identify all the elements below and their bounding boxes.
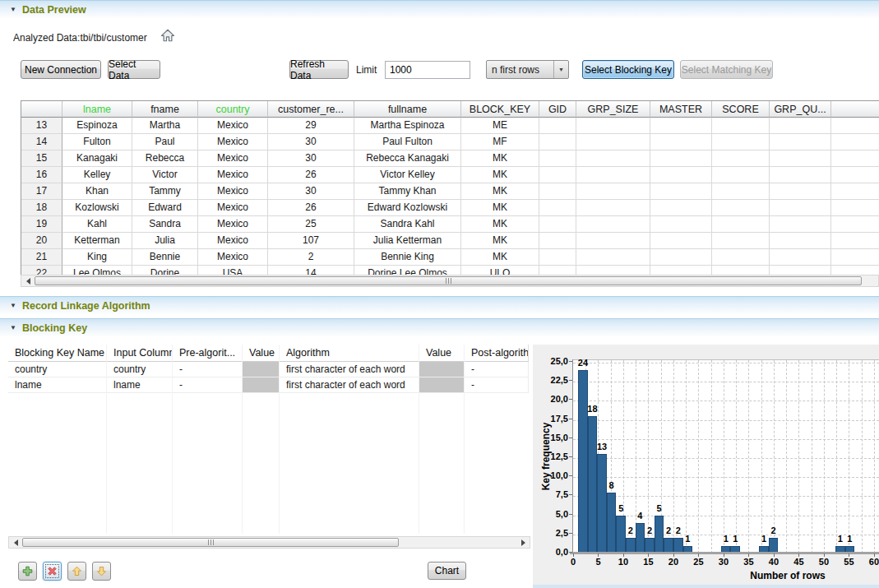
bar-value-label: 5 (650, 503, 669, 513)
table-header-row: lnamefnamecountrycustomer_re...fullnameB… (21, 101, 879, 118)
table-cell: Dorine Lee Olmos (354, 266, 461, 275)
table-cell: MK (461, 200, 539, 216)
row-number-cell: 13 (21, 118, 62, 134)
column-header[interactable]: SCORE (712, 101, 770, 118)
delete-blocking-key-button[interactable] (43, 562, 62, 581)
scroll-left-icon[interactable] (9, 537, 22, 548)
scrollbar-thumb[interactable] (35, 276, 862, 285)
column-header[interactable]: Blocking Key Name (8, 345, 107, 361)
section-header-blocking-key[interactable]: ▼ Blocking Key (0, 318, 879, 336)
column-header[interactable]: Value (419, 345, 465, 361)
row-number-cell: 21 (21, 249, 62, 266)
table-row[interactable]: 15KanagakiRebeccaMexico30Rebecca Kanagak… (21, 150, 879, 167)
column-header[interactable]: MASTER (650, 101, 712, 118)
blocking-key-cell[interactable]: first character of each word (280, 377, 419, 393)
scrollbar-thumb[interactable] (22, 538, 399, 547)
column-header[interactable]: Value (243, 345, 280, 361)
table-cell: MK (461, 249, 539, 266)
refresh-data-button[interactable]: Refresh Data (289, 60, 349, 79)
section-header-data-preview[interactable]: ▼ Data Preview (0, 0, 879, 18)
rows-mode-combobox[interactable]: n first rows ▼ (486, 60, 569, 79)
section-header-record-linkage[interactable]: ▼ Record Linkage Algorithm (0, 296, 879, 314)
blocking-key-cell[interactable]: lname (8, 377, 107, 393)
column-header[interactable]: Input Column (107, 345, 173, 361)
table-cell: Mexico (198, 249, 268, 266)
blocking-key-cell[interactable]: country (8, 362, 107, 377)
table-row[interactable]: 16KelleyVictorMexico26Victor KelleyMK (21, 167, 879, 183)
table-row[interactable]: 18KozlowskiEdwardMexico26Edward Kozlowsk… (21, 200, 879, 216)
table-cell (576, 266, 650, 275)
table-row[interactable]: 17KhanTammyMexico30Tammy KhanMK (21, 183, 879, 200)
limit-input[interactable] (385, 61, 470, 79)
column-header[interactable]: GID (539, 101, 576, 118)
move-down-button[interactable] (92, 562, 111, 581)
y-tick-label: 5,0 (535, 509, 568, 519)
value-cell-disabled[interactable] (243, 362, 280, 377)
dropdown-arrow-icon[interactable]: ▼ (553, 61, 568, 78)
table-cell (770, 266, 831, 275)
blocking-key-cell[interactable]: - (173, 362, 243, 377)
select-matching-key-button[interactable]: Select Matching Key (680, 60, 773, 79)
blocking-key-cell[interactable]: - (465, 377, 529, 393)
table-row[interactable]: 13EspinozaMarthaMexico29Martha EspinozaM… (21, 118, 879, 134)
blocking-key-cell[interactable]: - (465, 362, 529, 377)
table-cell (831, 183, 879, 200)
table-cell: Mexico (198, 200, 268, 216)
new-connection-button[interactable]: New Connection (21, 60, 101, 79)
gridline (774, 360, 775, 553)
column-header[interactable]: customer_re... (268, 101, 354, 118)
table-row[interactable]: 14FultonPaulMexico30Paul FultonMF (21, 134, 879, 150)
blocking-key-cell[interactable]: lname (107, 377, 173, 393)
blocking-key-cell[interactable]: country (107, 362, 173, 377)
bar-value-label: 5 (612, 503, 630, 513)
table-cell (770, 249, 831, 266)
column-header[interactable]: Algorithm (280, 345, 419, 361)
preview-table-hscrollbar[interactable] (21, 275, 879, 287)
home-icon[interactable] (160, 28, 175, 43)
table-cell: Dorine (132, 266, 198, 275)
column-header[interactable] (831, 101, 879, 118)
table-row[interactable]: 19KahlSandraMexico25Sandra KahlMK (21, 216, 879, 233)
value-cell-disabled[interactable] (419, 362, 465, 377)
table-cell (831, 216, 879, 233)
blocking-key-cell[interactable]: - (173, 377, 243, 393)
scroll-left-icon[interactable] (21, 275, 35, 286)
table-cell (770, 167, 831, 183)
column-header[interactable]: BLOCK_KEY (461, 101, 539, 118)
blocking-key-row[interactable]: lnamelname-first character of each word- (8, 377, 529, 393)
column-separator (242, 345, 243, 534)
column-header[interactable] (21, 101, 62, 118)
column-header[interactable]: Pre-algorit... (173, 345, 243, 361)
add-blocking-key-button[interactable] (18, 562, 37, 581)
scroll-right-icon[interactable] (516, 537, 530, 548)
gridline (748, 360, 749, 553)
value-cell-disabled[interactable] (243, 377, 280, 393)
column-header[interactable]: lname (62, 101, 132, 118)
table-cell: Kelley (62, 167, 132, 183)
table-cell (650, 134, 712, 150)
x-tick-label: 10 (611, 557, 636, 567)
select-blocking-key-button[interactable]: Select Blocking Key (582, 60, 674, 79)
column-header[interactable]: Post-algorith... (465, 345, 529, 361)
blocking-key-hscrollbar[interactable] (8, 536, 530, 549)
add-icon (21, 565, 34, 577)
chart-button[interactable]: Chart (428, 562, 466, 580)
column-header[interactable]: GRP_QU... (770, 101, 831, 118)
move-up-button[interactable] (67, 562, 86, 581)
table-cell (770, 233, 831, 249)
select-data-button[interactable]: Select Data (108, 60, 160, 79)
table-cell (539, 200, 576, 216)
table-row[interactable]: 22Lee OlmosDorineUSA14Dorine Lee OlmosUL… (21, 266, 879, 275)
blocking-key-cell[interactable]: first character of each word (280, 362, 419, 377)
table-cell (770, 150, 831, 167)
column-header[interactable]: fname (132, 101, 198, 118)
blocking-key-row[interactable]: countrycountry-first character of each w… (8, 362, 529, 377)
table-row[interactable]: 20KettermanJuliaMexico107Julia Ketterman… (21, 233, 879, 249)
table-cell (650, 233, 712, 249)
table-row[interactable]: 21KingBennieMexico2Bennie KingMK (21, 249, 879, 266)
value-cell-disabled[interactable] (419, 377, 465, 393)
table-cell: MK (461, 233, 539, 249)
column-header[interactable]: GRP_SIZE (576, 101, 650, 118)
column-header[interactable]: country (198, 101, 268, 118)
column-header[interactable]: fullname (354, 101, 461, 118)
